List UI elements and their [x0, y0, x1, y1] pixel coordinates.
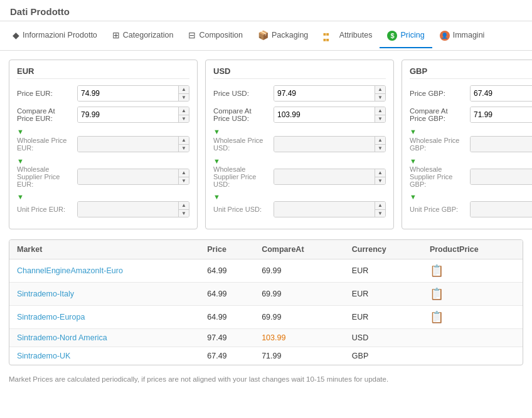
field-row-gbp-2: Wholesale PriceGBP:▲▼ [410, 136, 532, 152]
spinner-up-eur-3[interactable]: ▲ [179, 169, 189, 177]
spinner-down-usd-4[interactable]: ▼ [375, 210, 385, 217]
spinner-down-usd-0[interactable]: ▼ [375, 94, 385, 102]
currency-panel-usd: USDPrice USD:▲▼Compare AtPrice USD:▲▼▼Wh… [205, 60, 394, 229]
td-compare-at: 69.99 [254, 306, 344, 329]
spinner-input-gbp-1[interactable] [471, 107, 532, 122]
spinner-up-usd-0[interactable]: ▲ [375, 86, 385, 94]
spinner-up-eur-4[interactable]: ▲ [179, 202, 189, 210]
spinner-up-usd-2[interactable]: ▲ [375, 137, 385, 145]
td-market[interactable]: Sintrademo-Nord America [9, 329, 200, 347]
page-wrapper: Dati Prodotto ◆Informazioni Prodotto⊞Cat… [0, 0, 532, 418]
spinner-arrows-eur-1: ▲▼ [178, 107, 189, 122]
td-product-price[interactable]: 📋 [422, 283, 523, 306]
td-market[interactable]: Sintrademo-UK [9, 347, 200, 365]
th-market: Market [9, 240, 200, 259]
td-currency: GBP [344, 347, 422, 365]
td-price: 67.49 [200, 347, 254, 365]
spinner-input-usd-3 [274, 169, 375, 184]
note-text: Market Prices are calculated periodicall… [9, 372, 523, 384]
tab-icon-packaging: 📦 [258, 30, 269, 40]
th-currency: Currency [344, 240, 422, 259]
currency-panel-eur: EURPrice EUR:▲▼Compare AtPrice EUR:▲▼▼Wh… [9, 60, 198, 229]
product-price-icon[interactable]: 📋 [430, 311, 444, 323]
green-arrow-usd-2: ▼ [213, 128, 386, 135]
tab-immagini[interactable]: 👤Immagini [432, 23, 492, 48]
spinner-arrows-eur-0: ▲▼ [178, 86, 189, 101]
td-market[interactable]: ChannelEngineAmazonIt-Euro [9, 259, 200, 283]
product-price-icon[interactable]: 📋 [430, 288, 444, 300]
spinner-input-eur-4 [78, 202, 178, 217]
spinner-up-usd-4[interactable]: ▲ [375, 202, 385, 210]
spinner-input-usd-2 [274, 137, 375, 152]
tab-pricing[interactable]: $Pricing [380, 24, 432, 48]
spinner-wrapper-gbp-2[interactable]: ▲▼ [470, 136, 532, 152]
th-compareat: CompareAt [254, 240, 344, 259]
td-product-price[interactable]: 📋 [422, 306, 523, 329]
field-label-eur-3: WholesaleSupplier PriceEUR: [17, 165, 73, 188]
tab-packaging[interactable]: 📦Packaging [250, 24, 316, 48]
spinner-wrapper-eur-1[interactable]: ▲▼ [77, 107, 189, 123]
field-row-usd-1: Compare AtPrice USD:▲▼ [213, 107, 386, 123]
tab-label-attributes: Attributes [339, 31, 373, 39]
spinner-wrapper-eur-4[interactable]: ▲▼ [77, 201, 189, 217]
td-currency: USD [344, 329, 422, 347]
table-row: Sintrademo-Europa64.9969.99EUR📋 [9, 306, 523, 329]
table-row: Sintrademo-Nord America97.49103.99USD [9, 329, 523, 347]
spinner-wrapper-gbp-1[interactable]: ▲▼ [470, 107, 532, 123]
currency-title-usd: USD [213, 66, 386, 79]
field-label-gbp-2: Wholesale PriceGBP: [410, 137, 466, 152]
spinner-input-usd-0[interactable] [274, 86, 375, 101]
spinner-input-gbp-0[interactable] [471, 86, 532, 101]
tab-icon-composition: ⊟ [188, 30, 196, 40]
spinner-input-usd-1[interactable] [274, 107, 375, 122]
spinner-wrapper-eur-0[interactable]: ▲▼ [77, 85, 189, 102]
td-market[interactable]: Sintrademo-Italy [9, 283, 200, 306]
spinner-arrows-eur-3: ▲▼ [178, 169, 189, 184]
currency-panels: EURPrice EUR:▲▼Compare AtPrice EUR:▲▼▼Wh… [9, 60, 523, 229]
td-currency: EUR [344, 306, 422, 329]
spinner-up-usd-1[interactable]: ▲ [375, 107, 385, 115]
spinner-down-eur-3[interactable]: ▼ [179, 177, 189, 185]
spinner-input-eur-0[interactable] [78, 86, 178, 101]
tab-bar: ◆Informazioni Prodotto⊞Categorization⊟Co… [0, 21, 532, 51]
spinner-wrapper-gbp-0[interactable]: ▲▼ [470, 85, 532, 102]
spinner-down-eur-1[interactable]: ▼ [179, 115, 189, 123]
td-product-price[interactable]: 📋 [422, 259, 523, 283]
spinner-input-gbp-2 [471, 137, 532, 152]
spinner-wrapper-usd-3[interactable]: ▲▼ [274, 169, 386, 185]
spinner-up-eur-2[interactable]: ▲ [179, 137, 189, 145]
spinner-wrapper-eur-2[interactable]: ▲▼ [77, 136, 189, 152]
tab-attributes[interactable]: ■■■■Attributes [316, 21, 380, 50]
currency-title-eur: EUR [17, 66, 189, 79]
currency-title-gbp: GBP [410, 66, 532, 79]
spinner-wrapper-gbp-3[interactable]: ▲▼ [470, 169, 532, 185]
spinner-wrapper-usd-4[interactable]: ▲▼ [274, 201, 386, 217]
spinner-wrapper-eur-3[interactable]: ▲▼ [77, 169, 189, 185]
spinner-input-eur-1[interactable] [78, 107, 178, 122]
spinner-wrapper-usd-1[interactable]: ▲▼ [274, 107, 386, 123]
spinner-wrapper-gbp-4[interactable]: ▲▼ [470, 201, 532, 217]
field-label-gbp-4: Unit Price GBP: [410, 206, 466, 213]
spinner-down-usd-3[interactable]: ▼ [375, 177, 385, 185]
field-label-eur-2: Wholesale PriceEUR: [17, 137, 73, 152]
spinner-wrapper-usd-2[interactable]: ▲▼ [274, 136, 386, 152]
table-row: Sintrademo-UK67.4971.99GBP [9, 347, 523, 365]
tab-informazioni[interactable]: ◆Informazioni Prodotto [5, 24, 105, 48]
tab-icon-attributes: ■■■■ [323, 28, 336, 43]
spinner-down-usd-1[interactable]: ▼ [375, 115, 385, 123]
spinner-up-eur-0[interactable]: ▲ [179, 86, 189, 94]
spinner-down-eur-2[interactable]: ▼ [179, 145, 189, 152]
table-row: Sintrademo-Italy64.9969.99EUR📋 [9, 283, 523, 306]
spinner-up-eur-1[interactable]: ▲ [179, 107, 189, 115]
spinner-down-usd-2[interactable]: ▼ [375, 145, 385, 152]
green-arrow-eur-2: ▼ [17, 128, 189, 135]
td-market[interactable]: Sintrademo-Europa [9, 306, 200, 329]
spinner-down-eur-0[interactable]: ▼ [179, 94, 189, 102]
spinner-wrapper-usd-0[interactable]: ▲▼ [274, 85, 386, 102]
tab-categorization[interactable]: ⊞Categorization [105, 24, 181, 48]
tab-composition[interactable]: ⊟Composition [181, 24, 250, 48]
green-arrow-eur-4: ▼ [17, 193, 189, 201]
product-price-icon[interactable]: 📋 [430, 264, 444, 277]
spinner-down-eur-4[interactable]: ▼ [179, 210, 189, 217]
spinner-up-usd-3[interactable]: ▲ [375, 169, 385, 177]
